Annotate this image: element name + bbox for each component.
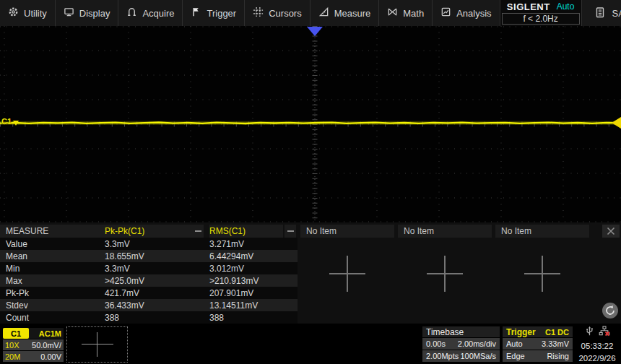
collapse-column-icon[interactable] (285, 225, 296, 238)
menu-utility[interactable]: Utility (0, 0, 56, 26)
graticule (0, 26, 621, 222)
menu-bar: Utility Display Acquire Trigger Cursors … (0, 0, 621, 26)
usb-icon (585, 326, 594, 338)
status-logo-block: SIGLENT Auto f < 2.0Hz (500, 0, 582, 26)
trigger-flag-icon (191, 6, 201, 20)
acquire-icon (126, 6, 137, 20)
timebase-scale: 2.00ms/div (458, 339, 496, 348)
channel-offset-marker[interactable]: C1 (1, 117, 19, 126)
trigger-slope: Rising (547, 352, 569, 360)
menu-label: Measure (334, 8, 371, 19)
menu-label: Math (403, 8, 424, 19)
save-label: SAVE (612, 8, 621, 19)
add-measurement-button[interactable] (427, 256, 463, 292)
trigger-level: 3.33mV (542, 339, 569, 348)
bottom-status-bar: C1 AC1M 10X 50.0mV/ 20M 0.00V Timebase 0… (0, 324, 621, 364)
menu-math[interactable]: Math (379, 0, 433, 26)
channel1-badge: C1 (3, 328, 29, 339)
siglent-logo: SIGLENT (507, 1, 550, 12)
lan-disconnected-icon (599, 326, 610, 338)
acquisition-status: Auto (557, 1, 575, 12)
oscilloscope-screen: Utility Display Acquire Trigger Cursors … (0, 0, 621, 364)
measure-column-empty-1[interactable]: No Item (300, 225, 394, 238)
add-measurement-button[interactable] (524, 256, 560, 292)
menu-analysis[interactable]: Analysis (433, 0, 500, 26)
display-icon (64, 6, 74, 20)
table-row: Min 3.3mV 3.012mV (0, 262, 298, 274)
frequency-counter: f < 2.0Hz (502, 13, 580, 25)
measure-column-pkpk[interactable]: Pk-Pk(C1) (105, 225, 192, 238)
system-status: 05:33:22 2022/9/26 (576, 326, 619, 363)
channel1-descriptor[interactable]: C1 AC1M 10X 50.0mV/ 20M 0.00V (3, 328, 64, 361)
measure-column-empty-3[interactable]: No Item (495, 225, 589, 238)
channel1-attenuation: 10X (5, 341, 19, 350)
timebase-sample-rate: 100MSa/s (460, 352, 496, 360)
gear-icon (8, 6, 19, 20)
trigger-type: Edge (506, 352, 525, 360)
menu-cursors[interactable]: Cursors (245, 0, 310, 26)
measure-title: MEASURE (0, 225, 109, 238)
channel1-coupling: AC1M (39, 329, 64, 338)
close-measure-icon[interactable] (602, 225, 620, 238)
table-row: Count 388 388 (0, 311, 298, 324)
trigger-position-marker[interactable] (307, 27, 323, 36)
timebase-memory-depth: 2.00Mpts (426, 352, 459, 360)
table-row: Pk-Pk 421.7mV 207.901mV (0, 287, 298, 299)
measure-icon (318, 6, 329, 20)
menu-label: Display (79, 8, 110, 19)
math-icon (387, 6, 398, 20)
system-time: 05:33:22 (581, 342, 614, 350)
menu-label: Acquire (142, 8, 174, 19)
menu-acquire[interactable]: Acquire (118, 0, 183, 26)
offset-arrow-icon (13, 121, 19, 126)
menu-label: Cursors (269, 8, 302, 19)
measure-column-rms[interactable]: RMS(C1) (209, 225, 283, 238)
measure-column-empty-2[interactable]: No Item (398, 225, 492, 238)
table-row: Value 3.3mV 3.271mV (0, 238, 298, 250)
timebase-title: Timebase (426, 327, 464, 337)
add-measurement-button[interactable] (329, 256, 365, 292)
save-button[interactable]: SAVE (582, 0, 621, 26)
table-row: Stdev 36.433mV 13.14511mV (0, 299, 298, 311)
table-row: Mean 18.655mV 6.44294mV (0, 250, 298, 262)
trigger-title: Trigger (506, 327, 536, 337)
channel1-offset: 0.00V (40, 352, 61, 361)
waveform-display (0, 26, 621, 222)
save-icon (595, 6, 605, 20)
timebase-delay: 0.00s (426, 339, 446, 348)
cursors-icon (253, 6, 264, 20)
reset-statistics-icon[interactable] (602, 302, 619, 319)
add-channel-button[interactable] (66, 326, 128, 363)
system-date: 2022/9/26 (578, 354, 615, 363)
menu-label: Analysis (456, 8, 491, 19)
trigger-source: C1 DC (545, 328, 569, 337)
collapse-column-icon[interactable] (192, 225, 204, 238)
timebase-descriptor[interactable]: Timebase 0.00s 2.00ms/div 2.00Mpts 100MS… (422, 326, 500, 363)
menu-label: Utility (24, 8, 47, 19)
menu-label: Trigger (207, 8, 236, 19)
trigger-mode: Auto (506, 339, 523, 348)
channel1-scale: 50.0mV/ (32, 341, 61, 350)
trigger-level-marker[interactable] (612, 117, 621, 129)
table-row: Max >425.0mV >210.913mV (0, 274, 298, 287)
menu-trigger[interactable]: Trigger (183, 0, 245, 26)
analysis-icon (440, 6, 451, 20)
menu-measure[interactable]: Measure (310, 0, 380, 26)
trigger-descriptor[interactable]: Trigger C1 DC Auto 3.33mV Edge Rising (503, 326, 573, 363)
menu-display[interactable]: Display (56, 0, 119, 26)
c1-trace (0, 123, 621, 124)
channel1-bandwidth: 20M (5, 352, 20, 361)
